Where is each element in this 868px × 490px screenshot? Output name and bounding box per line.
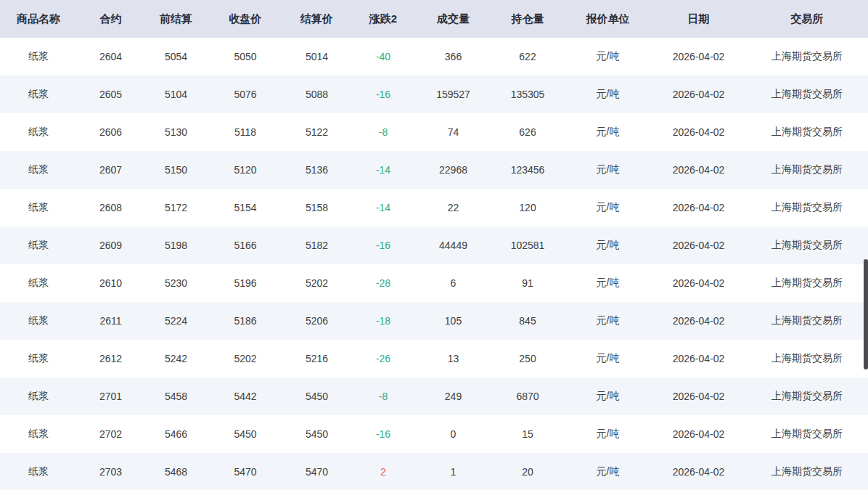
cell-date: 2026-04-02 (651, 113, 746, 151)
cell-change: 2 (351, 453, 416, 490)
cell-name: 纸浆 (0, 226, 77, 264)
cell-date: 2026-04-02 (651, 264, 746, 302)
cell-change: -16 (351, 226, 416, 264)
cell-unit: 元/吨 (565, 415, 651, 453)
cell-contract: 2703 (77, 453, 144, 490)
cell-unit: 元/吨 (565, 189, 651, 226)
cell-unit: 元/吨 (565, 226, 651, 264)
cell-unit: 元/吨 (565, 151, 651, 189)
cell-date: 2026-04-02 (651, 340, 746, 377)
column-header-change: 涨跌2 (351, 0, 416, 38)
table-row[interactable]: 纸浆27035468547054702120元/吨2026-04-02上海期货交… (0, 453, 868, 490)
table-row[interactable]: 纸浆2611522451865206-18105845元/吨2026-04-02… (0, 302, 868, 340)
cell-exchange: 上海期货交易所 (746, 151, 868, 189)
cell-exchange: 上海期货交易所 (746, 415, 868, 453)
cell-date: 2026-04-02 (651, 38, 746, 75)
cell-settle: 5202 (283, 264, 351, 302)
cell-prev_settle: 5130 (144, 113, 208, 151)
cell-exchange: 上海期货交易所 (746, 113, 868, 151)
cell-settle: 5014 (283, 38, 351, 75)
column-header-prev_settle: 前结算 (144, 0, 208, 38)
cell-volume: 6 (416, 264, 491, 302)
cell-unit: 元/吨 (565, 453, 651, 490)
cell-unit: 元/吨 (565, 38, 651, 75)
cell-exchange: 上海期货交易所 (746, 302, 868, 340)
cell-unit: 元/吨 (565, 264, 651, 302)
cell-prev_settle: 5468 (144, 453, 208, 490)
table-body: 纸浆2604505450505014-40366622元/吨2026-04-02… (0, 38, 868, 490)
cell-settle: 5216 (283, 340, 351, 377)
table-row[interactable]: 纸浆2612524252025216-2613250元/吨2026-04-02上… (0, 340, 868, 377)
cell-name: 纸浆 (0, 75, 77, 113)
cell-exchange: 上海期货交易所 (746, 377, 868, 415)
cell-prev_settle: 5230 (144, 264, 208, 302)
cell-change: -8 (351, 113, 416, 151)
cell-change: -16 (351, 75, 416, 113)
table-row[interactable]: 纸浆2607515051205136-1422968123456元/吨2026-… (0, 151, 868, 189)
cell-volume: 1 (416, 453, 491, 490)
cell-prev_settle: 5150 (144, 151, 208, 189)
cell-close: 5202 (208, 340, 283, 377)
table-row[interactable]: 纸浆2606513051185122-874626元/吨2026-04-02上海… (0, 113, 868, 151)
cell-settle: 5088 (283, 75, 351, 113)
table-row[interactable]: 纸浆2608517251545158-1422120元/吨2026-04-02上… (0, 189, 868, 226)
cell-volume: 44449 (416, 226, 491, 264)
futures-quotes-table: 商品名称合约前结算收盘价结算价涨跌2成交量持仓量报价单位日期交易所 纸浆2604… (0, 0, 868, 490)
cell-unit: 元/吨 (565, 377, 651, 415)
cell-settle: 5136 (283, 151, 351, 189)
cell-settle: 5182 (283, 226, 351, 264)
cell-date: 2026-04-02 (651, 189, 746, 226)
cell-change: -18 (351, 302, 416, 340)
table-row[interactable]: 纸浆2605510450765088-16159527135305元/吨2026… (0, 75, 868, 113)
table-row[interactable]: 纸浆2604505450505014-40366622元/吨2026-04-02… (0, 38, 868, 75)
cell-name: 纸浆 (0, 415, 77, 453)
cell-open_interest: 135305 (491, 75, 565, 113)
cell-open_interest: 845 (491, 302, 565, 340)
column-header-close: 收盘价 (208, 0, 283, 38)
table-row[interactable]: 纸浆2610523051965202-28691元/吨2026-04-02上海期… (0, 264, 868, 302)
cell-close: 5450 (208, 415, 283, 453)
cell-volume: 13 (416, 340, 491, 377)
cell-contract: 2608 (77, 189, 144, 226)
cell-name: 纸浆 (0, 113, 77, 151)
cell-name: 纸浆 (0, 377, 77, 415)
cell-prev_settle: 5466 (144, 415, 208, 453)
cell-contract: 2611 (77, 302, 144, 340)
cell-unit: 元/吨 (565, 75, 651, 113)
cell-close: 5076 (208, 75, 283, 113)
cell-close: 5166 (208, 226, 283, 264)
cell-close: 5186 (208, 302, 283, 340)
cell-volume: 22968 (416, 151, 491, 189)
cell-prev_settle: 5198 (144, 226, 208, 264)
cell-contract: 2701 (77, 377, 144, 415)
cell-exchange: 上海期货交易所 (746, 453, 868, 490)
cell-volume: 0 (416, 415, 491, 453)
cell-contract: 2606 (77, 113, 144, 151)
cell-contract: 2607 (77, 151, 144, 189)
table-row[interactable]: 纸浆2609519851665182-1644449102581元/吨2026-… (0, 226, 868, 264)
cell-exchange: 上海期货交易所 (746, 38, 868, 75)
column-header-name: 商品名称 (0, 0, 77, 38)
cell-name: 纸浆 (0, 264, 77, 302)
cell-settle: 5158 (283, 189, 351, 226)
cell-open_interest: 91 (491, 264, 565, 302)
cell-exchange: 上海期货交易所 (746, 340, 868, 377)
cell-settle: 5450 (283, 415, 351, 453)
cell-open_interest: 123456 (491, 151, 565, 189)
table-row[interactable]: 纸浆2702546654505450-16015元/吨2026-04-02上海期… (0, 415, 868, 453)
cell-prev_settle: 5104 (144, 75, 208, 113)
column-header-settle: 结算价 (283, 0, 351, 38)
cell-unit: 元/吨 (565, 302, 651, 340)
cell-close: 5050 (208, 38, 283, 75)
cell-unit: 元/吨 (565, 113, 651, 151)
vertical-scrollbar-thumb[interactable] (864, 259, 868, 369)
cell-change: -16 (351, 415, 416, 453)
cell-date: 2026-04-02 (651, 415, 746, 453)
cell-open_interest: 626 (491, 113, 565, 151)
cell-contract: 2604 (77, 38, 144, 75)
table-row[interactable]: 纸浆2701545854425450-82496870元/吨2026-04-02… (0, 377, 868, 415)
cell-settle: 5122 (283, 113, 351, 151)
column-header-exchange: 交易所 (746, 0, 868, 38)
cell-volume: 22 (416, 189, 491, 226)
cell-exchange: 上海期货交易所 (746, 226, 868, 264)
